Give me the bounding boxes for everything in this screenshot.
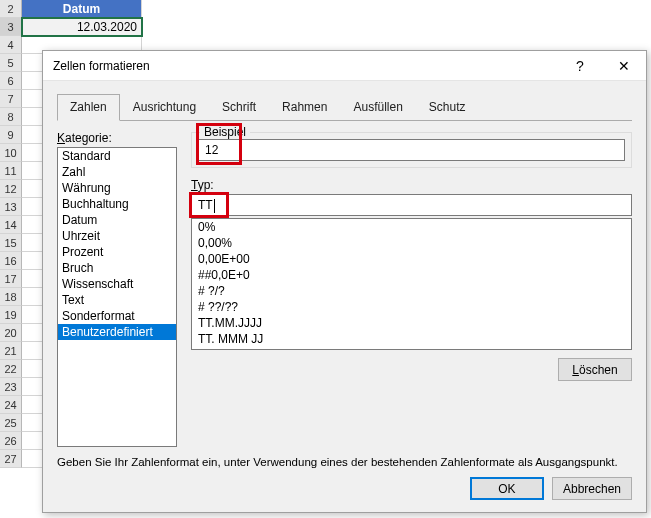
dialog-content: Kategorie: StandardZahlWährungBuchhaltun… [57,131,632,468]
delete-button[interactable]: Löschen [558,358,632,381]
tab-strip: ZahlenAusrichtungSchriftRahmenAusfüllenS… [43,81,646,120]
format-item[interactable]: 0% [192,219,631,235]
help-icon: ? [576,58,584,74]
example-label: Beispiel [200,125,250,139]
tab-underline [57,120,632,121]
tab-schutz[interactable]: Schutz [416,94,479,121]
tab-schrift[interactable]: Schrift [209,94,269,121]
row-header[interactable]: 6 [0,72,22,90]
category-item[interactable]: Sonderformat [58,308,176,324]
category-item[interactable]: Zahl [58,164,176,180]
category-item[interactable]: Uhrzeit [58,228,176,244]
row-header[interactable]: 4 [0,36,22,54]
format-item[interactable]: TT. MMM JJ [192,331,631,347]
close-button[interactable]: ✕ [602,51,646,81]
example-group: Beispiel 12 [191,132,632,168]
row-header[interactable]: 18 [0,288,22,306]
row-header[interactable]: 16 [0,252,22,270]
category-label: Kategorie: [57,131,112,145]
format-item[interactable]: ##0,0E+0 [192,267,631,283]
row-header[interactable]: 25 [0,414,22,432]
row-header[interactable]: 24 [0,396,22,414]
close-icon: ✕ [618,58,630,74]
row-header[interactable]: 21 [0,342,22,360]
category-item[interactable]: Datum [58,212,176,228]
row-header[interactable]: 17 [0,270,22,288]
tab-rahmen[interactable]: Rahmen [269,94,340,121]
dialog-title: Zellen formatieren [53,59,558,73]
row-header[interactable]: 9 [0,126,22,144]
column-header-datum: Datum [22,0,142,18]
type-section: Typ: TT 0%0,00%0,00E+00##0,0E+0# ?/?# ??… [191,178,632,381]
right-pane: Beispiel 12 Typ: TT 0%0,00%0,00E+00##0,0… [191,131,632,381]
tab-ausrichtung[interactable]: Ausrichtung [120,94,209,121]
row-header[interactable]: 15 [0,234,22,252]
row-header[interactable]: 23 [0,378,22,396]
format-item[interactable]: # ??/?? [192,299,631,315]
category-item[interactable]: Währung [58,180,176,196]
format-cells-dialog: Zellen formatieren ? ✕ ZahlenAusrichtung… [42,50,647,513]
row-header[interactable]: 2 [0,0,22,18]
format-item[interactable]: TT. MMM [192,347,631,350]
ok-button[interactable]: OK [470,477,544,500]
row-header[interactable]: 7 [0,90,22,108]
help-button[interactable]: ? [558,51,602,81]
format-item[interactable]: 0,00% [192,235,631,251]
format-list[interactable]: 0%0,00%0,00E+00##0,0E+0# ?/?# ??/??TT.MM… [191,218,632,350]
tab-ausfüllen[interactable]: Ausfüllen [340,94,415,121]
category-list[interactable]: StandardZahlWährungBuchhaltungDatumUhrze… [57,147,177,447]
type-input[interactable]: TT [191,194,632,216]
hint-text: Geben Sie Ihr Zahlenformat ein, unter Ve… [57,456,632,468]
category-item[interactable]: Wissenschaft [58,276,176,292]
row-header[interactable]: 11 [0,162,22,180]
row-header[interactable]: 26 [0,432,22,450]
category-item[interactable]: Buchhaltung [58,196,176,212]
selected-cell[interactable]: 12.03.2020 [22,18,142,36]
row-header[interactable]: 5 [0,54,22,72]
format-item[interactable]: 0,00E+00 [192,251,631,267]
row-header[interactable]: 22 [0,360,22,378]
row-header[interactable]: 3 [0,18,22,36]
format-item[interactable]: # ?/? [192,283,631,299]
example-value: 12 [198,139,625,161]
row-header[interactable]: 27 [0,450,22,468]
row-header[interactable]: 12 [0,180,22,198]
row-header[interactable]: 20 [0,324,22,342]
dialog-buttons: OK Abbrechen [470,477,632,500]
dialog-titlebar: Zellen formatieren ? ✕ [43,51,646,81]
category-item[interactable]: Standard [58,148,176,164]
cancel-button[interactable]: Abbrechen [552,477,632,500]
row-header[interactable]: 10 [0,144,22,162]
category-item[interactable]: Text [58,292,176,308]
format-item[interactable]: TT.MM.JJJJ [192,315,631,331]
category-item[interactable]: Bruch [58,260,176,276]
row-header[interactable]: 19 [0,306,22,324]
row-header[interactable]: 14 [0,216,22,234]
category-item[interactable]: Prozent [58,244,176,260]
category-item[interactable]: Benutzerdefiniert [58,324,176,340]
tab-zahlen[interactable]: Zahlen [57,94,120,121]
row-header[interactable]: 13 [0,198,22,216]
type-label: Typ: [191,178,632,192]
row-header[interactable]: 8 [0,108,22,126]
